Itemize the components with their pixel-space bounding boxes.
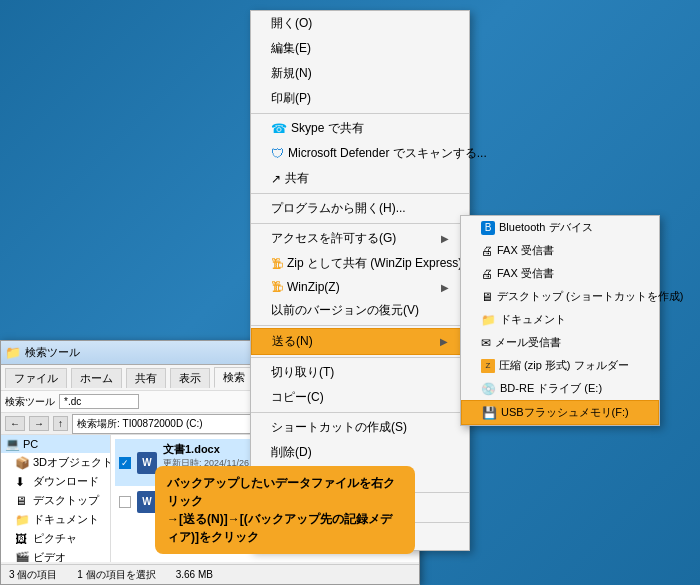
menu-create-shortcut[interactable]: ショートカットの作成(S) — [251, 415, 469, 440]
mail-icon: ✉ — [481, 336, 491, 350]
menu-cut[interactable]: 切り取り(T) — [251, 360, 469, 385]
address-text: 検索場所: TI00872000D (C:) — [77, 417, 203, 431]
folder-icon-title: 📁 — [5, 345, 21, 360]
up-button[interactable]: ↑ — [53, 416, 68, 431]
search-label: 検索ツール — [5, 395, 55, 409]
submenu-fax2[interactable]: 🖨 FAX 受信書 — [461, 262, 659, 285]
menu-share[interactable]: ↗ 共有 — [251, 166, 469, 191]
submenu-fax1[interactable]: 🖨 FAX 受信書 — [461, 239, 659, 262]
sidebar-item-pictures[interactable]: 🖼 ピクチャ — [1, 529, 110, 548]
pictures-icon: 🖼 — [15, 532, 29, 546]
separator-4 — [251, 325, 469, 326]
skype-icon: ☎ — [271, 121, 287, 136]
menu-copy[interactable]: コピー(C) — [251, 385, 469, 410]
menu-new[interactable]: 新規(N) — [251, 61, 469, 86]
desktop2-icon: 🖥 — [481, 290, 493, 304]
submenu-arrow-send: ▶ — [440, 336, 448, 347]
fax1-icon: 🖨 — [481, 244, 493, 258]
winzip2-icon: 🗜 — [271, 280, 283, 294]
sidebar-item-3d[interactable]: 📦 3Dオブジェクト — [1, 453, 110, 472]
callout-line2: →[送る(N)]→[(バックアップ先の記録メディア)]をクリック — [167, 510, 403, 546]
file-checkbox-1[interactable]: ✓ — [119, 457, 131, 469]
documents-icon: 📁 — [15, 513, 29, 527]
menu-winzip[interactable]: 🗜 WinZip(Z) ▶ — [251, 276, 469, 298]
separator-2 — [251, 193, 469, 194]
tab-file[interactable]: ファイル — [5, 368, 67, 388]
share-icon: ↗ — [271, 172, 281, 186]
submenu-send-to: B Bluetooth デバイス 🖨 FAX 受信書 🖨 FAX 受信書 🖥 デ… — [460, 215, 660, 426]
disc-icon: 💿 — [481, 382, 496, 396]
word-icon-1: W — [137, 452, 157, 474]
menu-winzip-share[interactable]: 🗜 Zip として共有 (WinZip Express) — [251, 251, 469, 276]
menu-restore[interactable]: 以前のバージョンの復元(V) — [251, 298, 469, 323]
word-icon-2: W — [137, 491, 157, 513]
separator-3 — [251, 223, 469, 224]
submenu-bluetooth[interactable]: B Bluetooth デバイス — [461, 216, 659, 239]
selected-count: 1 個の項目を選択 — [77, 568, 155, 582]
sidebar-item-desktop[interactable]: 🖥 デスクトップ — [1, 491, 110, 510]
download-icon: ⬇ — [15, 475, 29, 489]
callout-line1: バックアップしたいデータファイルを右クリック — [167, 474, 403, 510]
usb-icon: 💾 — [482, 406, 497, 420]
sidebar-item-downloads[interactable]: ⬇ ダウンロード — [1, 472, 110, 491]
separator-6 — [251, 412, 469, 413]
fax2-icon: 🖨 — [481, 267, 493, 281]
explorer-sidebar: 💻 PC 📦 3Dオブジェクト ⬇ ダウンロード 🖥 デスクトップ 📁 — [1, 435, 111, 562]
sidebar-item-videos[interactable]: 🎬 ビデオ — [1, 548, 110, 562]
menu-delete[interactable]: 削除(D) — [251, 440, 469, 465]
menu-skype[interactable]: ☎ Skype で共有 — [251, 116, 469, 141]
menu-print[interactable]: 印刷(P) — [251, 86, 469, 111]
3d-icon: 📦 — [15, 456, 29, 470]
menu-defender[interactable]: 🛡 Microsoft Defender でスキャンする... — [251, 141, 469, 166]
tab-search[interactable]: 検索 — [214, 367, 254, 388]
tab-share[interactable]: 共有 — [126, 368, 166, 388]
file-checkbox-2[interactable] — [119, 496, 131, 508]
items-count: 3 個の項目 — [9, 568, 57, 582]
annotation-callout: バックアップしたいデータファイルを右クリック →[送る(N)]→[(バックアップ… — [155, 466, 415, 554]
explorer-title: 検索ツール — [25, 345, 80, 360]
docs2-icon: 📁 — [481, 313, 496, 327]
menu-send-to[interactable]: 送る(N) ▶ — [251, 328, 469, 355]
forward-button[interactable]: → — [29, 416, 49, 431]
submenu-documents[interactable]: 📁 ドキュメント — [461, 308, 659, 331]
search-input[interactable]: *.dc — [59, 394, 139, 409]
bluetooth-icon: B — [481, 221, 495, 235]
sidebar-item-documents[interactable]: 📁 ドキュメント — [1, 510, 110, 529]
separator-1 — [251, 113, 469, 114]
submenu-mail[interactable]: ✉ メール受信書 — [461, 331, 659, 354]
menu-access[interactable]: アクセスを許可する(G) ▶ — [251, 226, 469, 251]
submenu-desktop[interactable]: 🖥 デスクトップ (ショートカットを作成) — [461, 285, 659, 308]
submenu-zip[interactable]: Z 圧縮 (zip 形式) フォルダー — [461, 354, 659, 377]
tab-home[interactable]: ホーム — [71, 368, 122, 388]
selected-size: 3.66 MB — [176, 569, 213, 580]
pc-icon: 💻 — [5, 437, 19, 451]
submenu-usb[interactable]: 💾 USBフラッシュメモリ(F:) — [461, 400, 659, 425]
zip2-icon: Z — [481, 359, 495, 373]
back-button[interactable]: ← — [5, 416, 25, 431]
submenu-arrow-access: ▶ — [441, 233, 449, 244]
menu-edit[interactable]: 編集(E) — [251, 36, 469, 61]
tab-view[interactable]: 表示 — [170, 368, 210, 388]
menu-open[interactable]: 開く(O) — [251, 11, 469, 36]
video-icon: 🎬 — [15, 551, 29, 563]
sidebar-item-pc[interactable]: 💻 PC — [1, 435, 110, 453]
separator-5 — [251, 357, 469, 358]
desktop-icon: 🖥 — [15, 494, 29, 508]
explorer-statusbar: 3 個の項目 1 個の項目を選択 3.66 MB — [1, 564, 419, 584]
winzip-icon: 🗜 — [271, 257, 283, 271]
submenu-bd[interactable]: 💿 BD-RE ドライブ (E:) — [461, 377, 659, 400]
desktop: 📁 検索ツール _ □ ✕ ファイル ホーム 共有 表示 検索 検索ツール *.… — [0, 0, 700, 585]
submenu-arrow-winzip: ▶ — [441, 282, 449, 293]
menu-open-with[interactable]: プログラムから開く(H)... — [251, 196, 469, 221]
shield-icon: 🛡 — [271, 146, 284, 161]
